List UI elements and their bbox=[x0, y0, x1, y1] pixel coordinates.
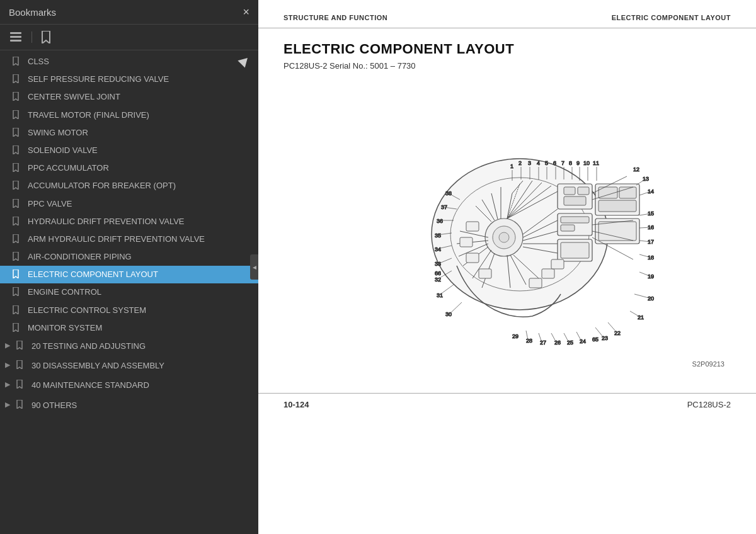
svg-line-114 bbox=[564, 333, 569, 343]
bookmark-label-solenoid-valve: SOLENOID VALVE bbox=[28, 145, 251, 156]
svg-text:66: 66 bbox=[435, 270, 441, 276]
bookmark-label-monitor-system: MONITOR SYSTEM bbox=[28, 322, 251, 334]
bookmark-icon-accumulator-breaker bbox=[13, 181, 23, 190]
bookmark-item-hydraulic-drift[interactable]: HYDRAULIC DRIFT PREVENTION VALVE bbox=[0, 213, 258, 230]
svg-rect-53 bbox=[466, 222, 479, 231]
svg-rect-0 bbox=[10, 32, 21, 34]
bookmark-item-monitor-system[interactable]: MONITOR SYSTEM bbox=[0, 319, 258, 337]
bookmark-icon-air-conditioner bbox=[13, 252, 23, 261]
bookmark-item-self-pressure[interactable]: SELF PRESSURE REDUCING VALVE bbox=[0, 71, 258, 88]
svg-text:4: 4 bbox=[537, 160, 540, 166]
section-item-maintenance[interactable]: ▶ 40 MAINTENANCE STANDARD bbox=[0, 376, 258, 395]
svg-rect-13 bbox=[561, 242, 589, 258]
bookmark-item-accumulator-breaker[interactable]: ACCUMULATOR FOR BREAKER (OPT) bbox=[0, 177, 258, 195]
section-arrow-disassembly: ▶ bbox=[5, 360, 14, 370]
svg-rect-56 bbox=[479, 269, 491, 278]
svg-text:2: 2 bbox=[518, 160, 522, 166]
svg-text:12: 12 bbox=[633, 166, 639, 173]
bookmark-item-solenoid-valve[interactable]: SOLENOID VALVE bbox=[0, 142, 258, 159]
bookmark-item-ppc-valve[interactable]: PPC VALVE bbox=[0, 195, 258, 213]
svg-line-111 bbox=[608, 322, 617, 332]
bookmark-icon bbox=[41, 31, 51, 43]
bookmark-icon-clss bbox=[13, 57, 23, 65]
bookmark-label-electric-control: ELECTRIC CONTROL SYSTEM bbox=[28, 305, 251, 316]
svg-line-119 bbox=[440, 285, 454, 295]
bookmark-item-clss[interactable]: CLSS bbox=[0, 53, 258, 71]
section-item-others[interactable]: ▶ 90 OTHERS bbox=[0, 396, 258, 416]
svg-text:18: 18 bbox=[648, 254, 654, 261]
svg-text:23: 23 bbox=[602, 335, 608, 341]
sidebar-collapse-handle[interactable] bbox=[250, 254, 258, 280]
section-arrow-maintenance: ▶ bbox=[5, 380, 14, 389]
svg-text:34: 34 bbox=[435, 246, 441, 253]
svg-rect-54 bbox=[460, 237, 472, 247]
bookmark-view-button[interactable] bbox=[38, 30, 54, 45]
doc-subtitle: PC128US-2 Serial No.: 5001 – 7730 bbox=[284, 61, 731, 71]
list-icon bbox=[10, 31, 23, 43]
svg-text:17: 17 bbox=[648, 239, 654, 245]
svg-rect-10 bbox=[561, 217, 589, 223]
svg-text:3: 3 bbox=[528, 160, 531, 166]
svg-rect-17 bbox=[598, 200, 636, 212]
svg-text:10: 10 bbox=[583, 160, 590, 166]
svg-rect-7 bbox=[578, 187, 589, 195]
bookmark-icon-solenoid-valve bbox=[13, 145, 23, 154]
section-bookmark-icon-others bbox=[16, 400, 26, 412]
svg-rect-2 bbox=[10, 40, 21, 42]
bookmark-item-travel-motor[interactable]: TRAVEL MOTOR (FINAL DRIVE) bbox=[0, 106, 258, 124]
bookmark-icon-monitor-system bbox=[13, 323, 23, 332]
section-bookmark-icon-testing bbox=[16, 341, 26, 353]
svg-text:14: 14 bbox=[648, 188, 654, 195]
svg-text:11: 11 bbox=[593, 160, 599, 166]
section-arrow-others: ▶ bbox=[5, 400, 14, 409]
bookmark-item-electric-control[interactable]: ELECTRIC CONTROL SYSTEM bbox=[0, 302, 258, 319]
close-button[interactable]: × bbox=[243, 6, 249, 18]
svg-rect-55 bbox=[466, 253, 479, 263]
bookmark-item-electric-component[interactable]: ELECTRIC COMPONENT LAYOUT bbox=[0, 266, 258, 283]
svg-text:6: 6 bbox=[553, 160, 556, 166]
bookmark-label-engine-control: ENGINE CONTROL bbox=[28, 287, 251, 298]
doc-title: ELECTRIC COMPONENT LAYOUT bbox=[284, 41, 731, 57]
bookmark-item-ppc-accumulator[interactable]: PPC ACCUMULATOR bbox=[0, 159, 258, 177]
bookmark-label-electric-component: ELECTRIC COMPONENT LAYOUT bbox=[28, 269, 251, 280]
svg-text:29: 29 bbox=[512, 333, 518, 339]
svg-text:19: 19 bbox=[648, 273, 654, 280]
doc-body: ELECTRIC COMPONENT LAYOUT PC128US-2 Seri… bbox=[258, 41, 756, 387]
svg-text:30: 30 bbox=[445, 311, 452, 317]
svg-text:21: 21 bbox=[638, 314, 644, 321]
list-view-button[interactable] bbox=[8, 30, 25, 44]
svg-rect-6 bbox=[564, 187, 575, 195]
svg-line-115 bbox=[551, 333, 556, 343]
svg-rect-11 bbox=[561, 225, 575, 231]
bookmark-item-swing-motor[interactable]: SWING MOTOR bbox=[0, 124, 258, 142]
svg-text:65: 65 bbox=[592, 336, 598, 343]
svg-line-113 bbox=[576, 332, 581, 341]
section-item-testing[interactable]: ▶ 20 TESTING AND ADJUSTING bbox=[0, 337, 258, 356]
section-label-others: 90 OTHERS bbox=[32, 400, 251, 411]
svg-text:35: 35 bbox=[435, 232, 441, 239]
bookmark-item-arm-hydraulic[interactable]: ARM HYDRAULIC DRIFT PREVENTION VALVE bbox=[0, 230, 258, 248]
section-arrow-testing: ▶ bbox=[5, 341, 14, 350]
svg-line-118 bbox=[449, 302, 462, 315]
bookmark-label-arm-hydraulic: ARM HYDRAULIC DRIFT PREVENTION VALVE bbox=[28, 234, 251, 245]
svg-text:36: 36 bbox=[437, 218, 443, 224]
section-item-disassembly[interactable]: ▶ 30 DISASSEMBLY AND ASSEMBLY bbox=[0, 356, 258, 376]
bookmark-item-center-swivel[interactable]: CENTER SWIVEL JOINT bbox=[0, 88, 258, 106]
bookmark-item-air-conditioner[interactable]: AIR-CONDITIONER PIPING bbox=[0, 248, 258, 266]
bookmark-icon-swing-motor bbox=[13, 128, 23, 137]
bookmark-icon-electric-component bbox=[13, 270, 23, 278]
toolbar-separator bbox=[32, 31, 32, 43]
svg-text:8: 8 bbox=[569, 160, 572, 166]
svg-text:1: 1 bbox=[510, 163, 513, 169]
bookmark-icon-center-swivel bbox=[13, 92, 23, 101]
bookmark-label-self-pressure: SELF PRESSURE REDUCING VALVE bbox=[28, 74, 251, 85]
svg-text:20: 20 bbox=[648, 295, 654, 302]
section-label-testing: 20 TESTING AND ADJUSTING bbox=[32, 341, 251, 352]
svg-rect-19 bbox=[598, 222, 636, 241]
svg-text:9: 9 bbox=[576, 160, 580, 166]
doc-header-right: ELECTRIC COMPONENT LAYOUT bbox=[612, 14, 731, 21]
bookmark-item-engine-control[interactable]: ENGINE CONTROL bbox=[0, 283, 258, 301]
svg-rect-1 bbox=[10, 36, 21, 38]
section-label-maintenance: 40 MAINTENANCE STANDARD bbox=[32, 380, 251, 391]
svg-rect-8 bbox=[564, 196, 586, 205]
